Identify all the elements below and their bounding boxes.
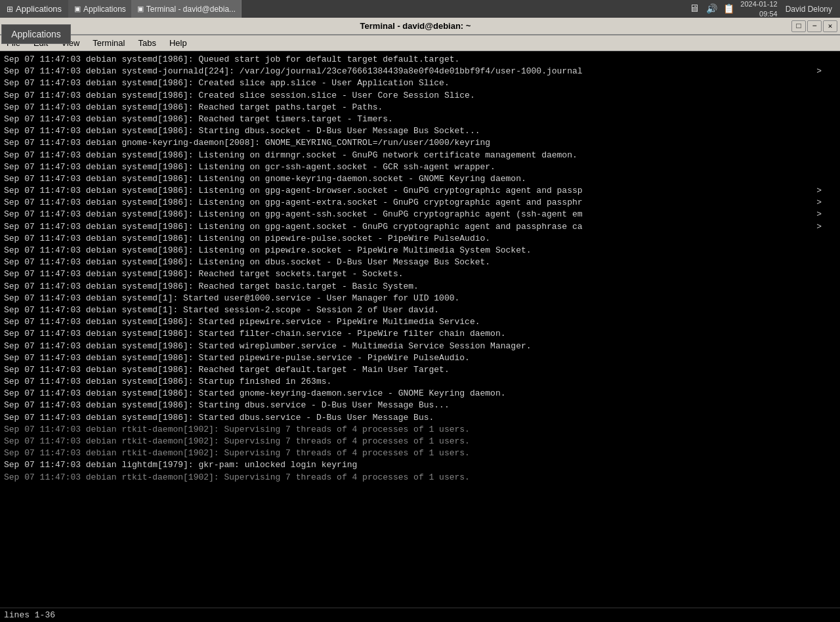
log-line: Sep 07 11:47:03 debian systemd[1]: Start… bbox=[4, 293, 831, 304]
status-bar: lines 1-36 bbox=[0, 608, 840, 622]
maximize-button[interactable]: □ bbox=[791, 20, 806, 32]
log-line: Sep 07 11:47:03 debian systemd[1986]: Li… bbox=[4, 221, 831, 233]
log-line: Sep 07 11:47:03 debian systemd[1986]: St… bbox=[4, 328, 831, 340]
date-display: 2024-01-12 bbox=[740, 0, 777, 9]
log-line: Sep 07 11:47:03 debian systemd[1986]: Li… bbox=[4, 197, 831, 209]
log-line: Sep 07 11:47:03 debian systemd[1986]: St… bbox=[4, 400, 831, 411]
time-display: 09:54 bbox=[759, 9, 778, 18]
clipboard-icon[interactable]: 📋 bbox=[721, 1, 736, 17]
menu-terminal[interactable]: Terminal bbox=[86, 35, 131, 51]
log-line: Sep 07 11:47:03 debian systemd[1986]: Li… bbox=[4, 173, 831, 185]
log-line: Sep 07 11:47:03 debian systemd[1986]: Re… bbox=[4, 364, 831, 376]
log-line: Sep 07 11:47:03 debian rtkit-daemon[1902… bbox=[4, 436, 831, 447]
log-line: Sep 07 11:47:03 debian systemd[1986]: Qu… bbox=[4, 54, 831, 66]
log-line: Sep 07 11:47:03 debian systemd[1986]: Li… bbox=[4, 245, 831, 257]
terminal2-label: Terminal - david@debia... bbox=[146, 5, 236, 14]
screen-icon[interactable]: 🖥 bbox=[686, 1, 702, 17]
terminal-title: Terminal - david@debian: ~ bbox=[39, 21, 791, 31]
log-line: Sep 07 11:47:03 debian gnome-keyring-dae… bbox=[4, 137, 831, 149]
applications-overlay-button[interactable]: Applications bbox=[1, 24, 71, 44]
log-line: Sep 07 11:47:03 debian systemd[1986]: St… bbox=[4, 412, 831, 424]
sound-icon[interactable]: 🔊 bbox=[704, 1, 719, 17]
datetime-display: 2024-01-12 09:54 bbox=[738, 0, 780, 18]
terminal1-icon: ▣ bbox=[74, 5, 81, 13]
applications-menu-label: Applications bbox=[16, 4, 62, 14]
menu-help[interactable]: Help bbox=[163, 35, 194, 51]
applications-menu-button[interactable]: ⊞ Applications bbox=[0, 0, 69, 18]
terminal-window: Terminal - david@debian: ~ □ − ✕ File Ed… bbox=[0, 18, 840, 622]
taskbar-item-terminal2[interactable]: ▣ Terminal - david@debia... bbox=[132, 0, 242, 18]
status-text: lines 1-36 bbox=[4, 610, 55, 620]
log-line: Sep 07 11:47:03 debian systemd[1986]: Re… bbox=[4, 114, 831, 125]
log-lines-container: Sep 07 11:47:03 debian systemd[1986]: Qu… bbox=[4, 54, 836, 484]
log-line: Sep 07 11:47:03 debian systemd[1986]: Li… bbox=[4, 209, 831, 220]
log-line: Sep 07 11:47:03 debian systemd-journald[… bbox=[4, 66, 831, 77]
log-line: Sep 07 11:47:03 debian systemd[1986]: Li… bbox=[4, 161, 831, 173]
log-line: Sep 07 11:47:03 debian rtkit-daemon[1902… bbox=[4, 472, 831, 484]
log-line: Sep 07 11:47:03 debian rtkit-daemon[1902… bbox=[4, 424, 831, 436]
log-line: Sep 07 11:47:03 debian systemd[1986]: Li… bbox=[4, 185, 831, 197]
log-line: Sep 07 11:47:03 debian systemd[1986]: Re… bbox=[4, 102, 831, 114]
log-line: Sep 07 11:47:03 debian systemd[1986]: Re… bbox=[4, 268, 831, 280]
menu-tabs[interactable]: Tabs bbox=[131, 35, 162, 51]
log-line: Sep 07 11:47:03 debian systemd[1986]: St… bbox=[4, 125, 831, 137]
log-line: Sep 07 11:47:03 debian systemd[1986]: Li… bbox=[4, 150, 831, 161]
window-controls: □ − ✕ bbox=[791, 20, 840, 32]
top-panel: ⊞ Applications ▣ Applications ▣ Terminal… bbox=[0, 0, 840, 18]
close-button[interactable]: ✕ bbox=[823, 20, 837, 32]
log-line: Sep 07 11:47:03 debian systemd[1986]: St… bbox=[4, 341, 831, 352]
taskbar-item-terminal1[interactable]: ▣ Applications bbox=[69, 0, 132, 18]
log-line: Sep 07 11:47:03 debian systemd[1986]: St… bbox=[4, 352, 831, 364]
terminal2-icon: ▣ bbox=[137, 5, 144, 13]
apps-menu-icon: ⊞ bbox=[7, 5, 13, 14]
terminal-titlebar: Terminal - david@debian: ~ □ − ✕ bbox=[0, 18, 840, 35]
menu-bar: File Edit View Terminal Tabs Help bbox=[0, 35, 840, 51]
log-line: Sep 07 11:47:03 debian systemd[1986]: St… bbox=[4, 316, 831, 328]
log-line: Sep 07 11:47:03 debian systemd[1986]: Cr… bbox=[4, 90, 831, 102]
minimize-button[interactable]: − bbox=[807, 20, 822, 32]
log-line: Sep 07 11:47:03 debian rtkit-daemon[1902… bbox=[4, 447, 831, 459]
log-line: Sep 07 11:47:03 debian systemd[1986]: St… bbox=[4, 388, 831, 400]
terminal-content[interactable]: Sep 07 11:47:03 debian systemd[1986]: Qu… bbox=[0, 51, 840, 608]
log-line: Sep 07 11:47:03 debian systemd[1]: Start… bbox=[4, 304, 831, 316]
log-line: Sep 07 11:47:03 debian systemd[1986]: Cr… bbox=[4, 77, 831, 89]
log-line: Sep 07 11:47:03 debian systemd[1986]: Li… bbox=[4, 233, 831, 245]
log-line: Sep 07 11:47:03 debian systemd[1986]: St… bbox=[4, 376, 831, 388]
user-display: David Delony bbox=[782, 5, 836, 14]
log-line: Sep 07 11:47:03 debian systemd[1986]: Re… bbox=[4, 281, 831, 293]
log-line: Sep 07 11:47:03 debian lightdm[1979]: gk… bbox=[4, 459, 831, 471]
terminal1-label: Applications bbox=[83, 5, 126, 14]
log-line: Sep 07 11:47:03 debian systemd[1986]: Li… bbox=[4, 257, 831, 268]
